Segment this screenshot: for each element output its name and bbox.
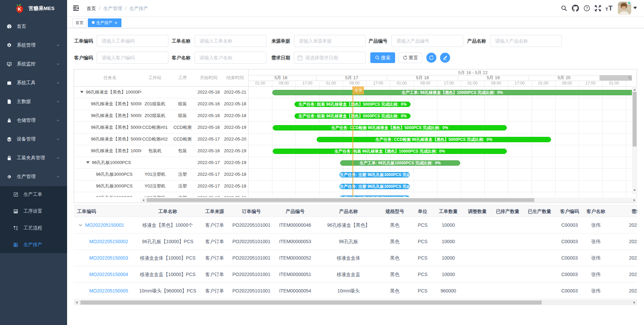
svg-text:?: ? (586, 6, 588, 11)
svg-text:K: K (18, 6, 21, 12)
